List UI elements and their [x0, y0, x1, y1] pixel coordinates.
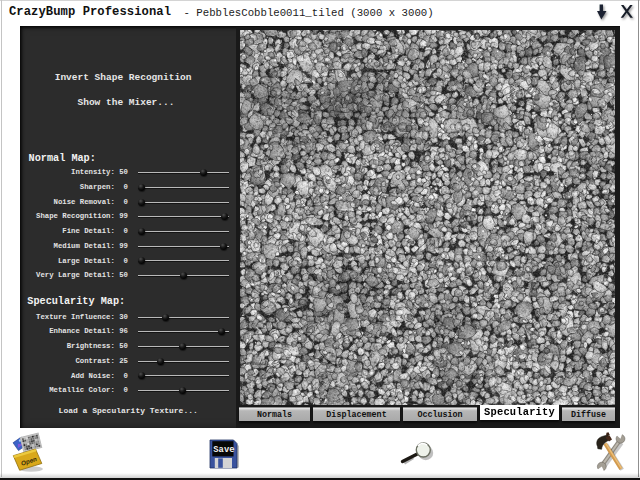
- svg-text:Save: Save: [213, 445, 235, 455]
